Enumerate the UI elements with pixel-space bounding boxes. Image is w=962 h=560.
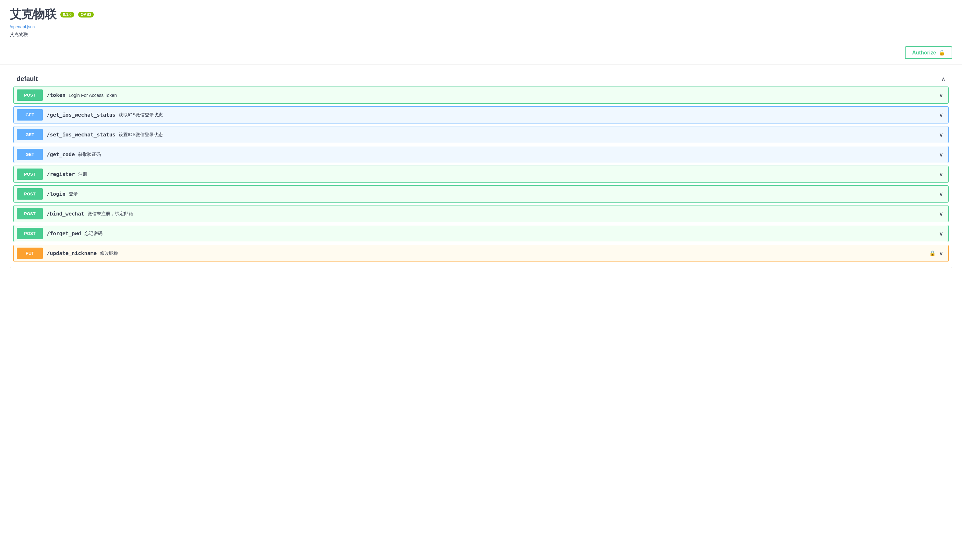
endpoint-content: /login登录 — [47, 189, 939, 199]
endpoint-chevron-icon: ∨ — [939, 92, 943, 99]
endpoint-description: 修改昵称 — [100, 251, 118, 256]
endpoint-chevron-icon: ∨ — [939, 171, 943, 178]
endpoints-list: POST/tokenLogin For Access Token∨GET/get… — [10, 87, 952, 268]
endpoint-right: ∨ — [939, 210, 948, 217]
endpoint-right: ∨ — [939, 230, 948, 237]
endpoint-chevron-icon: ∨ — [939, 111, 943, 119]
endpoint-chevron-icon: ∨ — [939, 131, 943, 138]
endpoint-right: ∨ — [939, 151, 948, 158]
method-badge-get: GET — [17, 129, 43, 140]
endpoint-row[interactable]: POST/login登录∨ — [13, 185, 949, 203]
method-badge-post: POST — [17, 89, 43, 101]
endpoint-row[interactable]: PUT/update_nickname修改昵称🔒∨ — [13, 245, 949, 262]
endpoint-right: ∨ — [939, 92, 948, 99]
endpoint-content: /forget_pwd忘记密码 — [47, 229, 939, 238]
endpoint-content: /set_ios_wechat_status设置IOS微信登录状态 — [47, 130, 939, 140]
authorize-label: Authorize — [912, 50, 936, 56]
endpoint-row[interactable]: GET/set_ios_wechat_status设置IOS微信登录状态∨ — [13, 126, 949, 143]
endpoint-description: 注册 — [78, 171, 87, 177]
endpoint-content: /tokenLogin For Access Token — [47, 90, 939, 100]
endpoint-row[interactable]: POST/tokenLogin For Access Token∨ — [13, 87, 949, 104]
method-badge-get: GET — [17, 149, 43, 160]
endpoint-path: /get_code — [47, 151, 75, 158]
endpoint-content: /update_nickname修改昵称 — [47, 248, 929, 258]
authorize-button[interactable]: Authorize 🔓 — [905, 46, 952, 59]
endpoint-lock-icon: 🔒 — [929, 250, 936, 256]
title-row: 艾克物联 0.1.0 OAS3 — [10, 6, 952, 23]
openapi-link[interactable]: /openapi.json — [10, 24, 952, 29]
endpoint-description: 获取验证码 — [78, 152, 101, 158]
endpoint-chevron-icon: ∨ — [939, 230, 943, 237]
endpoint-content: /get_code获取验证码 — [47, 150, 939, 159]
section-title: default — [16, 75, 38, 83]
section-collapse-icon: ∧ — [941, 76, 946, 83]
endpoint-path: /set_ios_wechat_status — [47, 132, 115, 138]
method-badge-post: POST — [17, 228, 43, 239]
endpoint-row[interactable]: POST/register注册∨ — [13, 166, 949, 183]
method-badge-post: POST — [17, 169, 43, 180]
endpoint-content: /bind_wechat微信未注册，绑定邮箱 — [47, 209, 939, 219]
endpoint-row[interactable]: GET/get_ios_wechat_status获取IOS微信登录状态∨ — [13, 106, 949, 124]
endpoint-row[interactable]: GET/get_code获取验证码∨ — [13, 146, 949, 163]
endpoint-description: 设置IOS微信登录状态 — [119, 132, 163, 138]
endpoint-right: ∨ — [939, 111, 948, 119]
endpoint-path: /forget_pwd — [47, 230, 81, 237]
endpoint-description: 微信未注册，绑定邮箱 — [87, 211, 133, 217]
endpoint-chevron-icon: ∨ — [939, 250, 943, 257]
endpoint-content: /get_ios_wechat_status获取IOS微信登录状态 — [47, 110, 939, 120]
endpoint-description: 忘记密码 — [84, 231, 102, 237]
endpoint-description: 登录 — [69, 191, 78, 197]
endpoint-row[interactable]: POST/bind_wechat微信未注册，绑定邮箱∨ — [13, 205, 949, 222]
endpoint-content: /register注册 — [47, 169, 939, 179]
endpoint-chevron-icon: ∨ — [939, 210, 943, 217]
method-badge-post: POST — [17, 208, 43, 219]
endpoint-path: /login — [47, 191, 66, 197]
top-bar: 艾克物联 0.1.0 OAS3 /openapi.json 艾克物联 — [0, 0, 962, 41]
endpoint-description: Login For Access Token — [69, 93, 117, 98]
method-badge-put: PUT — [17, 248, 43, 259]
endpoint-right: ∨ — [939, 131, 948, 138]
endpoint-path: /register — [47, 171, 75, 177]
endpoint-path: /bind_wechat — [47, 211, 84, 217]
endpoint-path: /token — [47, 92, 66, 98]
endpoint-chevron-icon: ∨ — [939, 191, 943, 198]
method-badge-get: GET — [17, 109, 43, 121]
authorize-bar: Authorize 🔓 — [0, 41, 962, 64]
endpoint-row[interactable]: POST/forget_pwd忘记密码∨ — [13, 225, 949, 242]
endpoint-chevron-icon: ∨ — [939, 151, 943, 158]
version-badge: 0.1.0 — [60, 12, 74, 18]
section-header[interactable]: default ∧ — [10, 71, 952, 87]
main-content: default ∧ POST/tokenLogin For Access Tok… — [0, 64, 962, 278]
lock-icon: 🔓 — [939, 50, 945, 56]
endpoint-right: ∨ — [939, 171, 948, 178]
app-title: 艾克物联 — [10, 6, 56, 23]
oas-badge: OAS3 — [78, 12, 94, 18]
endpoint-path: /get_ios_wechat_status — [47, 112, 115, 118]
app-description: 艾克物联 — [10, 32, 952, 38]
default-section: default ∧ POST/tokenLogin For Access Tok… — [10, 71, 952, 268]
endpoint-right: 🔒∨ — [929, 250, 948, 257]
endpoint-path: /update_nickname — [47, 250, 97, 256]
method-badge-post: POST — [17, 188, 43, 200]
endpoint-right: ∨ — [939, 191, 948, 198]
endpoint-description: 获取IOS微信登录状态 — [119, 112, 163, 118]
